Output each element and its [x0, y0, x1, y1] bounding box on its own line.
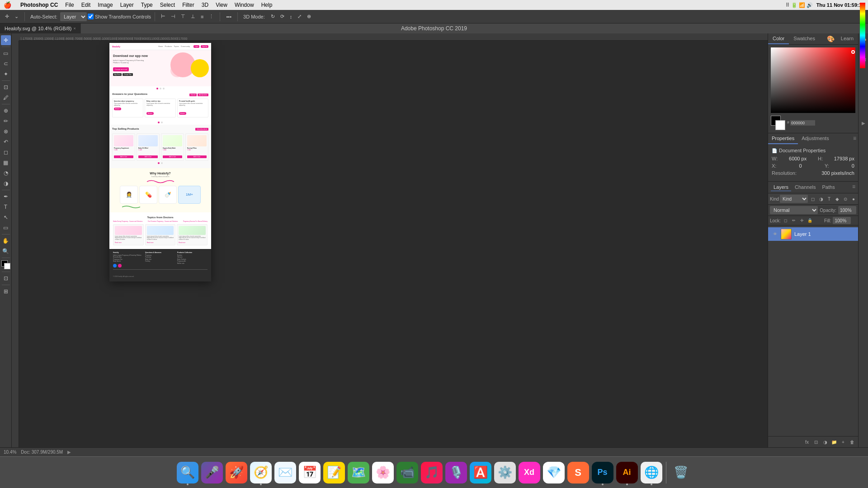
autoselect-select[interactable]: Layer Group: [60, 12, 87, 21]
filter-toggle-btn[interactable]: ●: [850, 195, 857, 202]
delete-layer-btn[interactable]: 🗑: [848, 438, 856, 446]
marquee-tool[interactable]: ▭: [1, 48, 11, 58]
blur-tool[interactable]: ◔: [1, 168, 11, 178]
filter-shape-btn[interactable]: ◆: [834, 195, 841, 202]
dock-finder[interactable]: 🔍: [177, 462, 198, 483]
lasso-tool[interactable]: ⊂: [1, 59, 11, 69]
dock-chrome[interactable]: 🌐: [641, 462, 662, 483]
swatches-tab[interactable]: Swatches: [789, 33, 820, 44]
apple-menu[interactable]: 🍎: [4, 1, 11, 9]
healing-tool[interactable]: ⊕: [1, 106, 11, 116]
channels-tab[interactable]: Channels: [792, 183, 818, 191]
dock-xd[interactable]: Xd: [519, 462, 540, 483]
dc-product-1-btn[interactable]: Add to Cart: [114, 155, 133, 158]
kind-select[interactable]: Kind Name Effect Mode Attribute Color: [780, 195, 808, 203]
shape-tool[interactable]: ▭: [1, 223, 11, 233]
3d-btn-1[interactable]: ↻: [269, 13, 277, 20]
path-select-tool[interactable]: ↖: [1, 212, 11, 222]
blend-mode-select[interactable]: Normal Multiply Screen Overlay: [770, 206, 818, 214]
dock-calendar[interactable]: 📅: [299, 462, 321, 483]
hex-input[interactable]: [790, 120, 815, 126]
stamp-tool[interactable]: ⊗: [1, 127, 11, 136]
dock-itunes[interactable]: 🎵: [421, 462, 443, 483]
dock-photos[interactable]: 🌸: [372, 462, 394, 483]
menu-image[interactable]: Image: [98, 2, 113, 8]
transform-checkbox[interactable]: [88, 14, 94, 19]
color-gradient-cursor[interactable]: [851, 50, 855, 54]
tool-options-btn[interactable]: ⌄: [12, 13, 21, 20]
dock-launchpad[interactable]: 🚀: [226, 462, 247, 483]
learn-tab[interactable]: Learn: [836, 33, 858, 44]
align-btn-5[interactable]: ≡: [198, 13, 206, 20]
filter-pixel-btn[interactable]: ◻: [809, 195, 816, 202]
filter-adj-btn[interactable]: ◑: [817, 195, 825, 202]
pen-tool[interactable]: ✒: [1, 192, 11, 202]
menu-filter[interactable]: Filter: [182, 2, 194, 8]
lock-pixel-btn[interactable]: ◻: [783, 217, 789, 224]
hand-tool[interactable]: ✋: [1, 236, 11, 246]
color-expand-btn[interactable]: ▶: [862, 121, 865, 126]
fg-bg-color[interactable]: [1, 260, 10, 269]
more-options-btn[interactable]: •••: [224, 13, 234, 20]
dc-product-4-btn[interactable]: Add to Cart: [187, 155, 207, 158]
text-tool[interactable]: T: [1, 202, 11, 212]
properties-tab[interactable]: Properties: [768, 133, 798, 144]
align-btn-4[interactable]: ⊥: [189, 13, 198, 20]
menu-help[interactable]: Help: [261, 2, 273, 8]
dodge-tool[interactable]: ◑: [1, 178, 11, 188]
file-tab[interactable]: Healofy.svg @ 10.4% (RGB/8) ×: [0, 23, 81, 33]
dc-instagram-icon[interactable]: [118, 264, 122, 267]
align-btn-2[interactable]: ⊣: [169, 13, 178, 20]
eyedropper-tool[interactable]: 🖉: [1, 93, 11, 103]
3d-btn-3[interactable]: ↕: [288, 13, 295, 20]
canvas-content[interactable]: Healofy Home Products Topics Community L…: [19, 41, 768, 447]
dc-topic-1-link[interactable]: Read more: [115, 242, 142, 244]
filter-smart-btn[interactable]: ⊙: [842, 195, 849, 202]
menu-file[interactable]: File: [65, 2, 74, 8]
quick-mask-tool[interactable]: ⊡: [1, 273, 11, 283]
dock-podcasts[interactable]: 🎙️: [445, 462, 467, 483]
add-effect-btn[interactable]: fx: [803, 438, 811, 446]
dock-appstore[interactable]: 🅰️: [470, 462, 491, 483]
dc-topic-3-link[interactable]: Read more: [179, 242, 206, 244]
dock-siri[interactable]: 🎤: [201, 462, 223, 483]
dc-dot-3[interactable]: [163, 88, 165, 89]
dock-trash[interactable]: 🗑️: [670, 462, 692, 483]
3d-btn-4[interactable]: ⤢: [295, 13, 304, 20]
lock-position-btn[interactable]: ✛: [799, 217, 805, 224]
menu-type[interactable]: Type: [141, 2, 153, 8]
dock-notes[interactable]: 📝: [323, 462, 345, 483]
color-tab[interactable]: Color: [768, 33, 789, 44]
filter-type-btn[interactable]: T: [826, 195, 833, 202]
add-mask-btn[interactable]: ⊡: [812, 438, 820, 446]
adjustments-tab[interactable]: Adjustments: [798, 133, 833, 144]
lock-image-btn[interactable]: ✏: [791, 217, 797, 224]
background-color[interactable]: [4, 263, 10, 269]
zoom-tool[interactable]: 🔍: [1, 246, 11, 256]
dc-qa-btn-ask[interactable]: Ask Question: [198, 94, 208, 96]
fill-input[interactable]: [833, 217, 851, 224]
dock-mail[interactable]: ✉️: [274, 462, 296, 483]
crop-tool[interactable]: ⊡: [1, 82, 11, 92]
move-tool[interactable]: ✛: [1, 35, 11, 45]
3d-btn-5[interactable]: ⊕: [305, 13, 313, 20]
gradient-tool[interactable]: ▦: [1, 158, 11, 168]
dc-products-dot-1[interactable]: [158, 162, 160, 164]
opacity-input[interactable]: [838, 206, 856, 214]
fg-bg-color-picker[interactable]: [771, 116, 785, 130]
menu-edit[interactable]: Edit: [81, 2, 91, 8]
color-gradient-field[interactable]: [771, 47, 855, 113]
dock-maps[interactable]: 🗺️: [348, 462, 369, 483]
eraser-tool[interactable]: ◻: [1, 147, 11, 157]
dc-qa-dot-2[interactable]: [161, 122, 163, 123]
lock-all-btn[interactable]: 🔒: [807, 217, 813, 224]
panel-icon-left[interactable]: 🎨: [825, 35, 836, 42]
dc-topic-2-link[interactable]: Read more: [147, 242, 174, 244]
dock-photoshop[interactable]: Ps: [592, 462, 613, 483]
dc-product-3-btn[interactable]: Add to Cart: [163, 155, 182, 158]
layer-visibility-btn[interactable]: 👁: [772, 231, 778, 237]
dock-facetime[interactable]: 📹: [396, 462, 418, 483]
paths-tab[interactable]: Paths: [820, 183, 838, 191]
menu-view[interactable]: View: [216, 2, 227, 8]
wand-tool[interactable]: ✦: [1, 69, 11, 79]
